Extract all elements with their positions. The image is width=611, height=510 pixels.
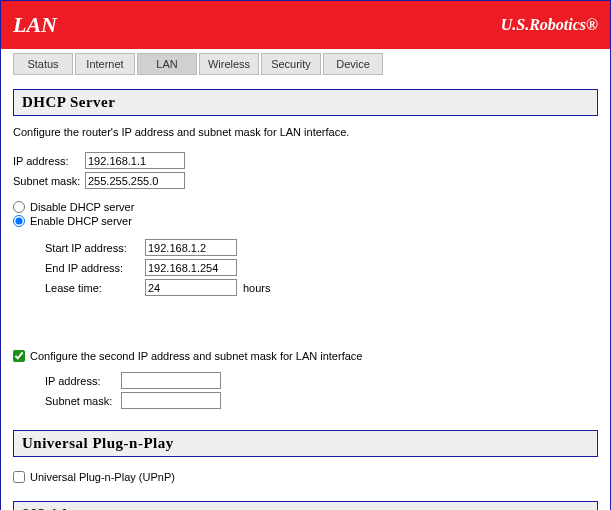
second-ip-label: Configure the second IP address and subn… — [30, 350, 362, 362]
tab-device[interactable]: Device — [323, 53, 383, 75]
start-ip-input[interactable] — [145, 239, 237, 256]
end-ip-input[interactable] — [145, 259, 237, 276]
upnp-label: Universal Plug-n-Play (UPnP) — [30, 471, 175, 483]
dhcp-description: Configure the router's IP address and su… — [13, 126, 598, 138]
ip-address-label: IP address: — [13, 155, 81, 167]
second-ip-address-label: IP address: — [45, 375, 117, 387]
start-ip-label: Start IP address: — [45, 242, 141, 254]
disable-dhcp-radio[interactable] — [13, 201, 25, 213]
subnet-mask-label: Subnet mask: — [13, 175, 81, 187]
tab-internet[interactable]: Internet — [75, 53, 135, 75]
subnet-mask-input[interactable] — [85, 172, 185, 189]
nav-tabs: Status Internet LAN Wireless Security De… — [1, 49, 610, 75]
tab-status[interactable]: Status — [13, 53, 73, 75]
tab-wireless[interactable]: Wireless — [199, 53, 259, 75]
lease-time-label: Lease time: — [45, 282, 141, 294]
tab-security[interactable]: Security — [261, 53, 321, 75]
second-subnet-mask-input[interactable] — [121, 392, 221, 409]
second-subnet-mask-label: Subnet mask: — [45, 395, 117, 407]
second-ip-checkbox[interactable] — [13, 350, 25, 362]
lease-time-unit: hours — [243, 282, 271, 294]
section-upnp-title: Universal Plug-n-Play — [13, 430, 598, 457]
tab-lan[interactable]: LAN — [137, 53, 197, 75]
upnp-checkbox[interactable] — [13, 471, 25, 483]
lease-time-input[interactable] — [145, 279, 237, 296]
section-8021d-title: 802.1d — [13, 501, 598, 510]
end-ip-label: End IP address: — [45, 262, 141, 274]
second-ip-address-input[interactable] — [121, 372, 221, 389]
brand-logo: U.S.Robotics® — [501, 16, 598, 34]
header: LAN U.S.Robotics® — [1, 1, 610, 49]
enable-dhcp-label: Enable DHCP server — [30, 215, 132, 227]
disable-dhcp-label: Disable DHCP server — [30, 201, 134, 213]
section-dhcp-title: DHCP Server — [13, 89, 598, 116]
enable-dhcp-radio[interactable] — [13, 215, 25, 227]
page-title: LAN — [13, 12, 57, 38]
ip-address-input[interactable] — [85, 152, 185, 169]
